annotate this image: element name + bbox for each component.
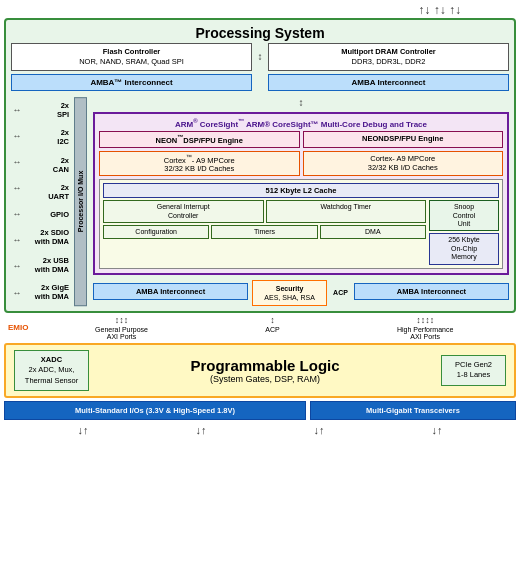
- security-line1: Security: [257, 284, 322, 293]
- port-labels-row: ↕↕↕ General PurposeAXI Ports ↕ ACP ↕↕↕↕ …: [36, 315, 512, 340]
- io-bottom-row: Multi-Standard I/Os (3.3V & High-Speed 1…: [4, 401, 516, 420]
- left-labels-col: 2xSPI 2xI2C 2xCAN 2xUART GPIO 2x SDIOwit…: [25, 97, 70, 306]
- xadc-line1: XADC: [20, 355, 83, 366]
- emio-label: EMIO: [8, 323, 28, 332]
- bottom-arrow-1: ↓↑: [78, 424, 89, 436]
- dram-controller-line2: DDR3, DDR3L, DDR2: [274, 57, 503, 67]
- left-io-section: ↔ ↔ ↔ ↔ ↔ ↔ ↔ ↔ 2xSPI 2xI2C 2xCAN: [11, 97, 89, 306]
- pl-title-section: Programmable Logic (System Gates, DSP, R…: [95, 357, 435, 384]
- emio-row: EMIO ↕↕↕ General PurposeAXI Ports ↕ ACP …: [4, 313, 516, 342]
- flash-dram-row: Flash Controller NOR, NAND, SRAM, Quad S…: [11, 43, 509, 71]
- io-i2c: 2xI2C: [25, 126, 70, 148]
- amba-coresight-arrow: ↕: [93, 97, 509, 108]
- amba-gap: [256, 74, 264, 94]
- cluster-right: SnoopControlUnit 256 KbyteOn-ChipMemory: [429, 200, 499, 264]
- gic-watchdog-row: General InterruptController Watchdog Tim…: [103, 200, 426, 223]
- snoop-control-block: SnoopControlUnit: [429, 200, 499, 231]
- neon-row: NEON™DSP/FPU Engine NEONDSP/FPU Engine: [99, 131, 503, 148]
- io-mux-wrapper: Processor I/O Mux: [74, 97, 87, 306]
- flash-dram-arrow: ↕: [256, 43, 264, 71]
- arrow5: ↔: [13, 209, 22, 219]
- right-main: ↕ ARM® CoreSight™ ARM® CoreSight™ Multi-…: [93, 97, 509, 306]
- onchip-memory-block: 256 KbyteOn-ChipMemory: [429, 233, 499, 264]
- general-purpose-ports: ↕↕↕ General PurposeAXI Ports: [95, 315, 148, 340]
- io-gige: 2x GigEwith DMA: [25, 281, 70, 303]
- multi-gigabit-block: Multi-Gigabit Transceivers: [310, 401, 516, 420]
- cortex-row: Cortex™- A9 MPCore32/32 KB I/D Caches Co…: [99, 151, 503, 177]
- pcie-line1: PCIe Gen2: [447, 360, 500, 371]
- pl-inner: XADC 2x ADC, Mux,Thermal Sensor Programm…: [14, 350, 506, 392]
- dram-controller-block: Multiport DRAM Controller DDR3, DDR3L, D…: [268, 43, 509, 71]
- bottom-arrow-4: ↓↑: [432, 424, 443, 436]
- timers-block: Timers: [211, 225, 317, 239]
- amba-interconnect-right: AMBA Interconnect: [268, 74, 509, 91]
- amba-bottom-right: AMBA Interconnect: [354, 283, 509, 300]
- arrow1: ↔: [13, 105, 22, 115]
- amba-interconnect-left: AMBA™ Interconnect: [11, 74, 252, 91]
- acp-label: ACP: [331, 287, 350, 298]
- bottom-arrow-3: ↓↑: [314, 424, 325, 436]
- neon-left: NEON™DSP/FPU Engine: [99, 131, 300, 148]
- left-arrows-col: ↔ ↔ ↔ ↔ ↔ ↔ ↔ ↔: [11, 97, 23, 306]
- top-arrows: ↑↓ ↑↓ ↑↓: [418, 4, 461, 16]
- amba-bottom-left: AMBA Interconnect: [93, 283, 248, 300]
- cortex-right: Cortex- A9 MPCore32/32 KB I/D Caches: [303, 151, 504, 177]
- pl-subtitle: (System Gates, DSP, RAM): [95, 374, 435, 384]
- watchdog-block: Watchdog Timer: [266, 200, 427, 223]
- flash-controller-line2: NOR, NAND, SRAM, Quad SPI: [17, 57, 246, 67]
- security-line2: AES, SHA, RSA: [257, 293, 322, 302]
- arrow2: ↔: [13, 131, 22, 141]
- arrow8: ↔: [13, 288, 22, 298]
- coresight-box: ARM® CoreSight™ ARM® CoreSight™ Multi-Co…: [93, 112, 509, 275]
- pcie-block: PCIe Gen2 1-8 Lanes: [441, 355, 506, 386]
- inner-cluster-box: 512 Kbyte L2 Cache General InterruptCont…: [99, 179, 503, 268]
- cortex-left: Cortex™- A9 MPCore32/32 KB I/D Caches: [99, 151, 300, 177]
- coresight-title: ARM® CoreSight™ ARM® CoreSight™ Multi-Co…: [99, 118, 503, 129]
- config-timers-dma-row: Configuration Timers DMA: [103, 225, 426, 239]
- io-spi: 2xSPI: [25, 99, 70, 121]
- io-mux-bar: Processor I/O Mux: [74, 97, 87, 306]
- programmable-logic-box: XADC 2x ADC, Mux,Thermal Sensor Programm…: [4, 343, 516, 399]
- acp-ports: ↕ ACP: [265, 315, 279, 340]
- configuration-block: Configuration: [103, 225, 209, 239]
- high-performance-ports: ↕↕↕↕ High PerformanceAXI Ports: [397, 315, 453, 340]
- very-bottom-arrows: ↓↑ ↓↑ ↓↑ ↓↑: [4, 421, 516, 439]
- arrow6: ↔: [13, 235, 22, 245]
- flash-controller-line1: Flash Controller: [17, 47, 246, 57]
- cluster-left: General InterruptController Watchdog Tim…: [103, 200, 426, 264]
- io-can: 2xCAN: [25, 154, 70, 176]
- arrow7: ↔: [13, 261, 22, 271]
- l2-cache: 512 Kbyte L2 Cache: [103, 183, 499, 198]
- bottom-arrow-2: ↓↑: [196, 424, 207, 436]
- pl-title: Programmable Logic: [95, 357, 435, 374]
- arrow3: ↔: [13, 157, 22, 167]
- dma-block: DMA: [320, 225, 426, 239]
- main-area: ↔ ↔ ↔ ↔ ↔ ↔ ↔ ↔ 2xSPI 2xI2C 2xCAN: [11, 97, 509, 306]
- processing-system-box: Processing System Flash Controller NOR, …: [4, 18, 516, 313]
- general-interrupt-block: General InterruptController: [103, 200, 264, 223]
- neon-right: NEONDSP/FPU Engine: [303, 131, 504, 148]
- pcie-line2: 1-8 Lanes: [447, 370, 500, 381]
- acp-port-label: ACP: [265, 326, 279, 333]
- flash-controller-block: Flash Controller NOR, NAND, SRAM, Quad S…: [11, 43, 252, 71]
- amba-top-row: AMBA™ Interconnect AMBA Interconnect: [11, 74, 509, 94]
- dram-controller-line1: Multiport DRAM Controller: [274, 47, 503, 57]
- general-purpose-label: General PurposeAXI Ports: [95, 326, 148, 340]
- io-usb: 2x USBwith DMA: [25, 254, 70, 276]
- arrow4: ↔: [13, 183, 22, 193]
- processing-system-title: Processing System: [11, 25, 509, 41]
- full-layout: ↑↓ ↑↓ ↑↓ Processing System Flash Control…: [0, 0, 520, 574]
- io-uart: 2xUART: [25, 181, 70, 203]
- amba-security-row: AMBA Interconnect Security AES, SHA, RSA…: [93, 280, 509, 306]
- multi-standard-io-block: Multi-Standard I/Os (3.3V & High-Speed 1…: [4, 401, 306, 420]
- xadc-block: XADC 2x ADC, Mux,Thermal Sensor: [14, 350, 89, 392]
- io-gpio: GPIO: [25, 208, 70, 221]
- xadc-line2: 2x ADC, Mux,Thermal Sensor: [20, 365, 83, 386]
- inner-cluster: General InterruptController Watchdog Tim…: [103, 200, 499, 264]
- high-performance-label: High PerformanceAXI Ports: [397, 326, 453, 340]
- io-sdio: 2x SDIOwith DMA: [25, 226, 70, 248]
- security-block: Security AES, SHA, RSA: [252, 280, 327, 306]
